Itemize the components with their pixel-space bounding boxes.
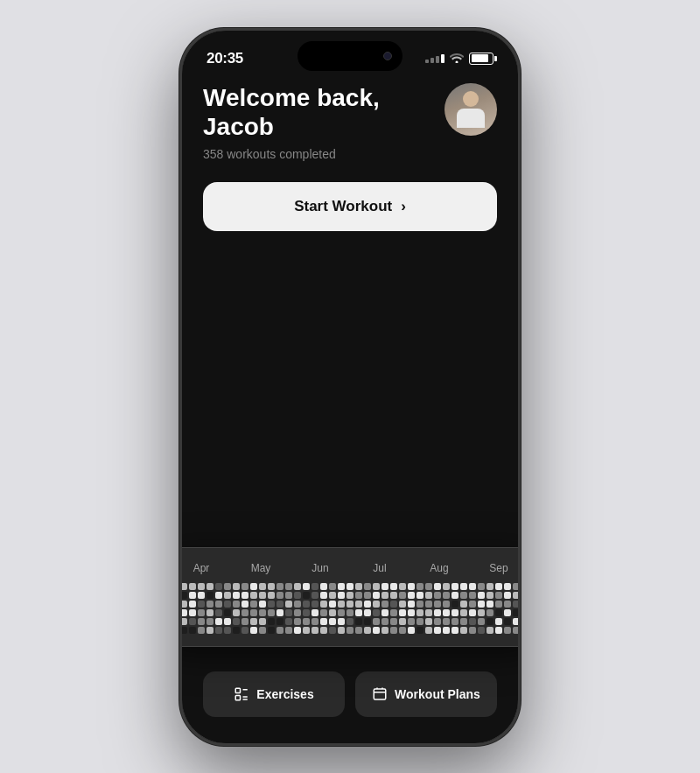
heatmap-col bbox=[312, 583, 318, 634]
heatmap-cell bbox=[425, 592, 432, 599]
heatmap-cell bbox=[242, 618, 248, 625]
heatmap-cell bbox=[495, 627, 502, 634]
heatmap-cell bbox=[294, 583, 301, 590]
heatmap-cell bbox=[189, 583, 196, 590]
heatmap-cell bbox=[189, 618, 196, 625]
heatmap-cell bbox=[434, 627, 441, 634]
heatmap-col bbox=[189, 583, 196, 634]
heatmap-cell bbox=[373, 583, 380, 590]
heatmap-cell bbox=[460, 601, 467, 608]
heatmap-cell bbox=[215, 601, 222, 608]
heatmap-cell bbox=[250, 627, 257, 634]
heatmap-cell bbox=[469, 583, 476, 590]
heatmap-cell bbox=[408, 583, 415, 590]
heatmap-cell bbox=[303, 618, 310, 625]
heatmap-cell bbox=[434, 601, 441, 608]
heatmap-cell bbox=[469, 601, 476, 608]
heatmap-cell bbox=[425, 618, 432, 625]
calendar-month-labels: Apr May Jun Jul Aug Sep bbox=[182, 562, 518, 574]
heatmap-cell bbox=[294, 592, 301, 599]
heatmap-cell bbox=[416, 627, 424, 634]
heatmap-col bbox=[425, 583, 432, 634]
heatmap-cell bbox=[452, 627, 458, 634]
heatmap-cell bbox=[242, 601, 248, 608]
heatmap-cell bbox=[425, 627, 432, 634]
heatmap-cell bbox=[215, 583, 222, 590]
heatmap-cell bbox=[390, 618, 397, 625]
heatmap-cell bbox=[416, 592, 424, 599]
heatmap-cell bbox=[460, 592, 467, 599]
heatmap-col bbox=[268, 583, 275, 634]
heatmap-cell bbox=[294, 618, 301, 625]
heatmap-col bbox=[242, 583, 248, 634]
heatmap-cell bbox=[495, 601, 502, 608]
heatmap-cell bbox=[250, 583, 257, 590]
heatmap-cell bbox=[416, 601, 424, 608]
exercises-button[interactable]: Exercises bbox=[203, 671, 345, 717]
heatmap-cell bbox=[346, 609, 354, 616]
heatmap-col bbox=[452, 583, 458, 634]
heatmap-cell bbox=[259, 601, 266, 608]
heatmap-cell bbox=[513, 627, 518, 634]
heatmap-cell bbox=[486, 618, 494, 625]
heatmap-cell bbox=[189, 627, 196, 634]
heatmap-cell bbox=[452, 601, 458, 608]
signal-icon bbox=[425, 54, 444, 63]
heatmap-cell bbox=[250, 609, 257, 616]
heatmap-cell bbox=[452, 592, 458, 599]
phone-screen: 20:35 bbox=[182, 31, 518, 743]
greeting-text: Welcome back, Jacob 358 workouts complet… bbox=[203, 83, 380, 161]
heatmap-cell bbox=[504, 601, 511, 608]
heatmap-cell bbox=[478, 627, 485, 634]
heatmap-cell bbox=[215, 609, 222, 616]
heatmap-cell bbox=[285, 618, 292, 625]
heatmap-cell bbox=[268, 592, 275, 599]
heatmap-col bbox=[346, 583, 354, 634]
heatmap-cell bbox=[259, 609, 266, 616]
heatmap-cell bbox=[182, 583, 187, 590]
heatmap-cell bbox=[469, 592, 476, 599]
heatmap-cell bbox=[233, 627, 240, 634]
heatmap-cell bbox=[399, 583, 406, 590]
heatmap-cell bbox=[242, 627, 248, 634]
heatmap-cell bbox=[373, 592, 380, 599]
start-workout-button[interactable]: Start Workout › bbox=[203, 182, 497, 231]
heatmap-cell bbox=[206, 609, 214, 616]
heatmap-cell bbox=[312, 609, 318, 616]
heatmap-cell bbox=[215, 618, 222, 625]
svg-rect-0 bbox=[236, 688, 241, 692]
heatmap-cell bbox=[443, 618, 450, 625]
heatmap-cell bbox=[329, 627, 336, 634]
heatmap-cell bbox=[329, 592, 336, 599]
status-icons bbox=[425, 52, 494, 66]
heatmap-cell bbox=[233, 592, 240, 599]
heatmap-cell bbox=[443, 592, 450, 599]
heatmap-cell bbox=[276, 618, 284, 625]
avatar-head bbox=[463, 91, 479, 107]
heatmap-col bbox=[303, 583, 310, 634]
heatmap-cell bbox=[294, 601, 301, 608]
exercises-label: Exercises bbox=[256, 687, 313, 701]
bottom-navigation: Exercises Workout Plans bbox=[182, 671, 518, 717]
battery-icon bbox=[469, 53, 494, 65]
heatmap-cell bbox=[408, 609, 415, 616]
heatmap-cell bbox=[198, 627, 205, 634]
heatmap-cell bbox=[206, 618, 214, 625]
month-apr: Apr bbox=[182, 562, 231, 574]
greeting-heading: Welcome back, Jacob bbox=[203, 83, 380, 142]
heatmap-col bbox=[443, 583, 450, 634]
heatmap-col bbox=[460, 583, 467, 634]
workout-plans-button[interactable]: Workout Plans bbox=[355, 671, 497, 717]
heatmap-col bbox=[416, 583, 424, 634]
heatmap-cell bbox=[364, 601, 371, 608]
calendar-heatmap: Apr May Jun Jul Aug Sep bbox=[182, 547, 518, 647]
heatmap-cell bbox=[312, 601, 318, 608]
heatmap-cell bbox=[452, 609, 458, 616]
heatmap-cell bbox=[346, 627, 354, 634]
exercises-icon bbox=[234, 686, 249, 702]
heatmap-cell bbox=[206, 583, 214, 590]
heatmap-cell bbox=[390, 609, 397, 616]
heatmap-cell bbox=[504, 609, 511, 616]
heatmap-cell bbox=[434, 592, 441, 599]
heatmap-col bbox=[373, 583, 380, 634]
